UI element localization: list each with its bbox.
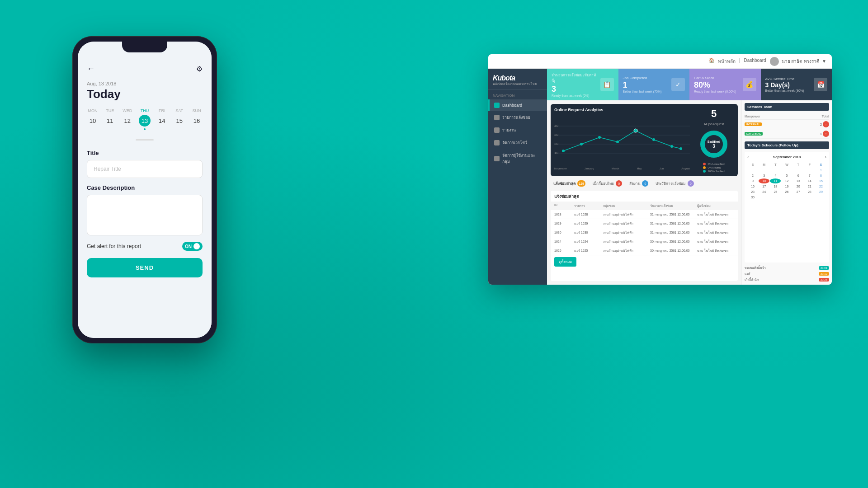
schedule-row-3: เก้าอี้สำนัก 23:25: [745, 277, 829, 282]
tab-latest[interactable]: แจ้งซ่อมล่าสุด 129: [551, 179, 588, 188]
cal-day-tue: TUE 11: [104, 108, 116, 130]
stat-completed-icon: ✓: [671, 78, 685, 91]
donut-legend: 0% Unsatified 0% Neutral 100% Satified: [703, 163, 724, 173]
mini-calendar: ‹ September 2018 › S M T W T F S: [745, 152, 829, 263]
tab-status[interactable]: สัดงาน 0: [627, 179, 651, 188]
table-row: 1624 แอร์ 1624 งานด้านอุปกรณ์ไฟฟ้า 30 กร…: [551, 237, 738, 246]
separator: |: [739, 58, 741, 65]
case-textarea[interactable]: [87, 195, 203, 235]
external-badge: EXTERNAL: [745, 132, 763, 136]
analytics-right: 5 All job request Satified 3: [693, 108, 734, 173]
user-dropdown-icon[interactable]: ▼: [822, 59, 826, 64]
dash-body: Online Request Analytics 40: [547, 100, 832, 285]
tab-badge-maekki: 0: [616, 180, 622, 187]
table-title: แจ้งซ่อมล่าสุด: [551, 191, 738, 202]
service-row-external: EXTERNAL 1 ↑: [745, 129, 829, 139]
divider: [136, 139, 154, 141]
dashboard-label: Dashboard: [744, 58, 766, 65]
dash-user-area: นาย สาธิต ทรงราศี ▼: [770, 57, 826, 66]
chart-labels: November January March May Jun August: [554, 167, 690, 170]
stat-avg-sub: Better than last week (80%): [765, 89, 811, 92]
title-input[interactable]: Repair Title: [87, 160, 203, 178]
internal-count: 2 ↑: [820, 121, 829, 127]
svg-text:Satified: Satified: [708, 140, 721, 144]
services-table: Manpower Total INTERNAL 2 ↑ EXTERNAL: [745, 113, 829, 139]
today-title: Today: [87, 87, 203, 101]
stat-card-requests: จำนวนการแจ้งซ่อม (สัปดาห์นี้) 3 Ready th…: [547, 69, 618, 100]
repair-icon: [494, 115, 500, 120]
cal-next[interactable]: ›: [825, 155, 826, 160]
schedule-title: Today's Schedule (Follow Up): [745, 141, 829, 149]
donut-chart: Satified 3: [698, 128, 730, 160]
toggle-text: ON: [185, 244, 192, 249]
svg-text:20: 20: [554, 142, 558, 146]
report-icon: [494, 127, 500, 133]
alert-toggle[interactable]: ON: [182, 242, 203, 251]
stat-stock-icon: 💰: [743, 78, 756, 91]
tab-badge-status: 0: [642, 180, 648, 187]
svg-point-15: [679, 147, 682, 150]
sidebar-item-report[interactable]: รายงาน: [488, 124, 547, 136]
th-group: กลุ่มซ่อม: [603, 203, 648, 208]
th-id: ID: [554, 203, 572, 208]
stat-card-completed: Job Completed 1 Better than last week (7…: [618, 69, 690, 100]
back-arrow-icon[interactable]: ←: [87, 64, 95, 74]
stat-requests-icon: 📋: [600, 78, 614, 91]
svg-point-14: [670, 145, 673, 148]
dash-top-bar: 🏠 หน้าหลัก | Dashboard นาย สาธิต ทรงราศี…: [488, 54, 832, 69]
stat-card-stock: Part & Stock 80% Ready than last week (0…: [689, 69, 761, 100]
chart-svg: 40 30 20 10: [554, 115, 690, 164]
service-row-internal: INTERNAL 2 ↑: [745, 120, 829, 129]
cal-day-thu: THU 13: [139, 108, 151, 130]
user-avatar: [770, 57, 779, 66]
stat-completed-value: 1: [623, 81, 668, 89]
analytics-title: Online Request Analytics: [554, 108, 690, 112]
phone-calendar: MON 10 TUE 11 WED 12 THU 13: [87, 108, 203, 130]
cal-prev[interactable]: ‹: [747, 155, 749, 160]
stat-requests-sub: Ready than last week (0%): [552, 94, 597, 97]
svg-text:3: 3: [712, 144, 715, 149]
stat-stock-label: Part & Stock: [694, 76, 739, 80]
sidebar-users-label: จัดการผู้ใช้งานและกลุ่ม: [502, 152, 542, 165]
analytics-card: Online Request Analytics 40: [551, 104, 738, 176]
schedule-badge-1: 23:01: [819, 266, 829, 270]
table-row: 1625 แอร์ 1625 งานด้านอุปกรณ์ไฟฟ้า 30 กร…: [551, 246, 738, 255]
cal-day-mon: MON 10: [87, 108, 99, 130]
tab-maekki[interactable]: เม็กกี้มอบไทย 0: [590, 179, 625, 188]
svg-point-12: [634, 129, 637, 132]
tab-badge-history: 0: [688, 180, 694, 187]
more-button[interactable]: ดูทั้งหมด: [554, 257, 576, 267]
home-icon[interactable]: 🏠: [709, 58, 714, 65]
services-team-title: Services Team: [745, 103, 829, 111]
schedule-row-2: แอร์ 23:12: [745, 271, 829, 276]
repair-table: แจ้งซ่อมล่าสุด ID รายการ กลุ่มซ่อม วัน/เ…: [551, 191, 738, 281]
sidebar-item-schedule[interactable]: จัดการเวรโชว์: [488, 136, 547, 149]
th-user: ผู้แจ้งซ่อม: [697, 203, 733, 208]
table-header: ID รายการ กลุ่มซ่อม วัน/เวลาแจ้งซ่อม ผู้…: [551, 202, 738, 210]
phone-header: ← ⚙: [87, 64, 203, 74]
send-button[interactable]: SEND: [87, 258, 203, 277]
table-row: 1629 แอร์ 1629 งานด้านอุปกรณ์ไฟฟ้า 31 กร…: [551, 219, 738, 228]
filter-icon[interactable]: ⚙: [196, 65, 203, 73]
svg-text:40: 40: [554, 124, 558, 128]
table-row: 1630 แอร์ 1630 งานด้านอุปกรณ์ไฟฟ้า 31 กร…: [551, 228, 738, 237]
sidebar-nav-label: Navigation: [488, 90, 547, 99]
sidebar-schedule-label: จัดการเวรโชว์: [502, 140, 527, 146]
th-date: วัน/เวลาแจ้งซ่อม: [650, 203, 695, 208]
schedule-badge-2: 23:12: [819, 272, 829, 276]
svg-point-8: [562, 150, 565, 152]
sidebar-item-users[interactable]: จัดการผู้ใช้งานและกลุ่ม: [488, 149, 547, 168]
dash-center: Online Request Analytics 40: [547, 100, 741, 285]
sidebar-item-repair[interactable]: รายการแจ้งซ่อม: [488, 111, 547, 124]
chart-area: 40 30 20 10: [554, 115, 690, 164]
kubota-logo-area: Kubota พลังปั่นเครื่องกลเกษตรกรรมไทย: [488, 69, 547, 90]
toggle-circle: [193, 243, 200, 249]
sidebar-item-dashboard[interactable]: Dashboard: [488, 99, 547, 111]
stat-card-avg: AVG Service Time 3 Day(s) Better than la…: [761, 69, 832, 100]
tab-history[interactable]: ประวัติการแจ้งซ่อม 0: [653, 179, 696, 188]
stat-avg-icon: 📅: [814, 78, 827, 91]
date-label: Aug, 13 2018: [87, 81, 203, 86]
stat-avg-label: AVG Service Time: [765, 77, 811, 81]
dashboard-icon: [494, 103, 500, 108]
dash-main: จำนวนการแจ้งซ่อม (สัปดาห์นี้) 3 Ready th…: [547, 69, 832, 285]
